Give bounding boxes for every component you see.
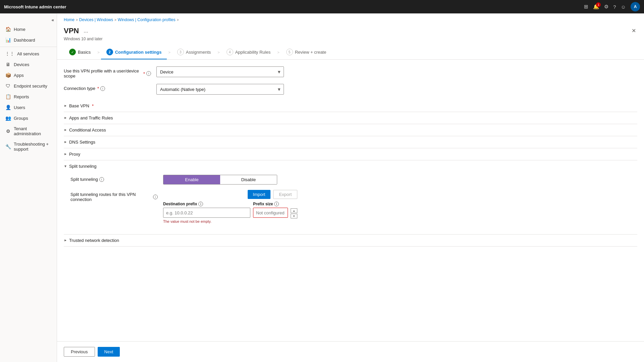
- tab-basics[interactable]: ✓ Basics: [64, 45, 96, 59]
- more-options-button[interactable]: ...: [82, 27, 90, 35]
- next-button[interactable]: Next: [98, 347, 120, 357]
- sidebar-divider: [0, 47, 57, 47]
- tab-applicability[interactable]: 4 Applicability Rules: [221, 45, 276, 59]
- section-base-vpn-header[interactable]: ▼ Base VPN *: [64, 100, 637, 112]
- split-tunneling-info-icon[interactable]: i: [99, 177, 104, 182]
- sidebar-item-home[interactable]: 🏠 Home: [0, 24, 57, 35]
- section-conditional-access: ▼ Conditional Access: [64, 124, 637, 136]
- trusted-network-label: Trusted network detection: [69, 238, 119, 243]
- troubleshooting-icon: 🔧: [5, 144, 11, 149]
- close-button[interactable]: ✕: [630, 26, 637, 35]
- breadcrumb: Home > Devices | Windows > Windows | Con…: [57, 13, 644, 23]
- vpn-scope-row: Use this VPN profile with a user/device …: [64, 66, 637, 79]
- sidebar-label-reports: Reports: [14, 94, 29, 99]
- vpn-scope-label: Use this VPN profile with a user/device …: [64, 66, 151, 79]
- sidebar-item-dashboard[interactable]: 📊 Dashboard: [0, 35, 57, 45]
- breadcrumb-sep-3: >: [177, 18, 179, 22]
- tenant-admin-icon: ⚙: [5, 128, 11, 134]
- tab-assignments[interactable]: 3 Assignments: [172, 45, 216, 59]
- breadcrumb-config-profiles[interactable]: Windows | Configuration profiles: [118, 17, 176, 22]
- section-dns-settings-header[interactable]: ▼ DNS Settings: [64, 136, 637, 148]
- notification-icon[interactable]: 🔔 1: [593, 4, 599, 10]
- reports-icon: 📋: [5, 94, 11, 99]
- row-down-button[interactable]: ▼: [291, 214, 297, 218]
- sidebar-collapse-button[interactable]: «: [0, 16, 57, 24]
- avatar[interactable]: A: [631, 2, 640, 11]
- trusted-network-chevron: ▼: [63, 239, 67, 242]
- footer: Previous Next: [57, 341, 644, 362]
- section-apps-traffic-header[interactable]: ▼ Apps and Traffic Rules: [64, 112, 637, 124]
- tab-assignments-label: Assignments: [186, 50, 211, 55]
- help-icon[interactable]: ?: [613, 4, 616, 10]
- section-trusted-network-header[interactable]: ▼ Trusted network detection: [64, 235, 637, 246]
- section-proxy-header[interactable]: ▼ Proxy: [64, 148, 637, 160]
- toggle-disable[interactable]: Disable: [220, 175, 277, 184]
- section-conditional-access-header[interactable]: ▼ Conditional Access: [64, 124, 637, 136]
- section-trusted-network: ▼ Trusted network detection: [64, 235, 637, 247]
- apps-traffic-label: Apps and Traffic Rules: [69, 115, 113, 120]
- breadcrumb-sep-1: >: [76, 18, 78, 22]
- devices-icon: 🖥: [5, 62, 11, 67]
- app-title: Microsoft Intune admin center: [4, 4, 581, 9]
- connection-type-info-icon[interactable]: i: [100, 86, 105, 91]
- prefix-size-input-wrapper: [253, 208, 288, 218]
- all-services-icon: ⋮⋮: [5, 51, 14, 56]
- tab-config[interactable]: 2 Configuration settings: [101, 45, 167, 59]
- split-tunneling-content: Split tunneling i Enable Disable: [64, 172, 637, 234]
- feed-icon[interactable]: ⊞: [584, 4, 588, 10]
- tab-config-label: Configuration settings: [115, 50, 162, 55]
- base-vpn-chevron: ▼: [63, 104, 67, 108]
- vpn-scope-info-icon[interactable]: i: [146, 71, 151, 76]
- sidebar-item-all-services[interactable]: ⋮⋮ All services: [0, 48, 57, 59]
- destination-prefix-input[interactable]: [163, 208, 250, 218]
- sidebar-item-groups[interactable]: 👥 Groups: [0, 113, 57, 123]
- previous-button[interactable]: Previous: [64, 347, 95, 357]
- sidebar-item-tenant-admin[interactable]: ⚙ Tenant administration: [0, 123, 57, 139]
- vpn-scope-select[interactable]: Device User: [156, 66, 284, 77]
- section-apps-traffic: ▼ Apps and Traffic Rules: [64, 112, 637, 124]
- prefix-size-input[interactable]: [253, 208, 288, 218]
- tab-assignments-circle: 3: [177, 49, 184, 55]
- proxy-label: Proxy: [69, 152, 80, 157]
- content-area: Home > Devices | Windows > Windows | Con…: [57, 13, 644, 362]
- form-content: Use this VPN profile with a user/device …: [57, 60, 644, 341]
- split-tunneling-routes-row: Split tunneling routes for this VPN conn…: [70, 190, 631, 223]
- tab-arrow-1: >: [97, 50, 99, 54]
- main-layout: « 🏠 Home 📊 Dashboard ⋮⋮ All services 🖥 D…: [0, 13, 644, 362]
- page-header: VPN ... ✕: [57, 23, 644, 37]
- dns-settings-label: DNS Settings: [69, 140, 95, 145]
- breadcrumb-devices-windows[interactable]: Devices | Windows: [79, 17, 113, 22]
- feedback-icon[interactable]: ☺: [621, 4, 626, 10]
- sidebar-item-users[interactable]: 👤 Users: [0, 102, 57, 113]
- breadcrumb-sep-2: >: [114, 18, 116, 22]
- page-subtitle: Windows 10 and later: [57, 37, 644, 45]
- page-title-area: VPN ...: [64, 27, 90, 35]
- breadcrumb-home[interactable]: Home: [64, 17, 75, 22]
- settings-icon[interactable]: ⚙: [604, 4, 608, 10]
- section-split-tunneling-header[interactable]: ▼ Split tunneling: [64, 160, 637, 172]
- split-tunneling-routes-label: Split tunneling routes for this VPN conn…: [70, 190, 158, 202]
- sidebar-item-reports[interactable]: 📋 Reports: [0, 91, 57, 102]
- prefix-size-info-icon[interactable]: i: [274, 202, 279, 206]
- connection-type-select[interactable]: Automatic (Native type) IKEv2 L2TP PPTP: [156, 84, 284, 95]
- conditional-access-label: Conditional Access: [69, 127, 106, 133]
- destination-prefix-input-wrapper: [163, 208, 250, 218]
- sidebar-item-troubleshooting[interactable]: 🔧 Troubleshooting + support: [0, 139, 57, 154]
- sidebar-item-endpoint-security[interactable]: 🛡 Endpoint security: [0, 81, 57, 91]
- sidebar-label-home: Home: [14, 27, 26, 32]
- toggle-enable[interactable]: Enable: [163, 175, 220, 184]
- tab-review[interactable]: 5 Review + create: [281, 45, 332, 59]
- sidebar-item-apps[interactable]: 📦 Apps: [0, 70, 57, 81]
- export-button[interactable]: Export: [273, 190, 297, 199]
- sidebar-label-dashboard: Dashboard: [14, 38, 35, 43]
- dest-prefix-info-icon[interactable]: i: [198, 202, 203, 206]
- sidebar-item-devices[interactable]: 🖥 Devices: [0, 59, 57, 70]
- routes-info-icon[interactable]: i: [153, 195, 158, 199]
- col-dest-header: Destination prefix i: [163, 202, 250, 206]
- required-marker: *: [143, 71, 145, 76]
- section-split-tunneling: ▼ Split tunneling Split tunneling i: [64, 160, 637, 235]
- row-up-button[interactable]: ▲: [291, 208, 297, 213]
- wizard-tabs: ✓ Basics > 2 Configuration settings > 3 …: [57, 45, 644, 60]
- error-message: The value must not be empty.: [163, 219, 297, 223]
- import-button[interactable]: Import: [248, 190, 271, 199]
